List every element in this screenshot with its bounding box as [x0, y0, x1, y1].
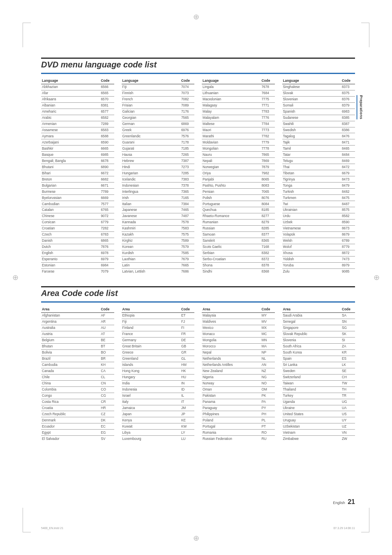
table-cell-code: GB	[180, 343, 194, 349]
table-column: LanguageCodeFiji7074Finnish7073French708…	[122, 78, 195, 275]
table-cell-name: Xhosa	[282, 250, 341, 257]
table-cell-code: PT	[261, 423, 275, 430]
table-cell-code: 8376	[341, 96, 355, 102]
table-cell-code: 8279	[261, 220, 275, 226]
table-cell-code: 7079	[100, 269, 114, 275]
table-cell-name: Guarani	[122, 139, 181, 146]
table-cell-name: Shona	[202, 263, 261, 269]
table-cell-name: Quechua	[202, 207, 261, 213]
table-row: Galician7176	[122, 109, 195, 115]
table-row: ChinaCN	[41, 380, 114, 386]
table-header: Code	[341, 307, 355, 312]
table-cell-code: 6566	[100, 84, 114, 90]
table-cell-name: Aymara	[41, 133, 100, 139]
table-row: FranceFR	[122, 331, 195, 337]
table-cell-code: 7589	[180, 238, 194, 244]
table-header: Area	[282, 307, 341, 312]
table-row: TurkeyTR	[282, 393, 355, 399]
table-cell-name: Paraguay	[202, 405, 261, 411]
table-cell-code: DE	[180, 337, 194, 343]
table-cell-code: 7384	[180, 201, 194, 207]
table-cell-code: 7289	[100, 121, 114, 127]
table-row: Kurdish7585	[122, 250, 195, 257]
table-row: Thai8472	[282, 164, 355, 170]
table-cell-code: AR	[100, 319, 114, 325]
table-cell-code: 7982	[261, 170, 275, 176]
table-cell-code: TR	[341, 393, 355, 399]
table-cell-code: 7585	[180, 250, 194, 257]
table-cell-name: Congo	[41, 393, 100, 399]
table-cell-name: Oriya	[202, 170, 261, 176]
table-cell-code: CH	[341, 374, 355, 380]
table-row: Corsican6779	[41, 220, 114, 226]
table-cell-code: 7575	[180, 232, 194, 238]
table-cell-name: Hindi	[122, 164, 181, 170]
table-cell-code: 8582	[341, 213, 355, 220]
table-row: Breton6682	[41, 176, 114, 183]
table-cell-name: Latin	[122, 263, 181, 269]
table-column: LanguageCodeAbkhazian6566Afar6565Afrikaa…	[41, 78, 114, 275]
table-cell-name: Georgian	[122, 115, 181, 121]
table-cell-name: Great Britain	[122, 343, 181, 349]
table-cell-name: Colombia	[41, 386, 100, 393]
table-cell-name: Morocco	[202, 343, 261, 349]
table-cell-name: Jamaica	[122, 405, 181, 411]
table-cell-code: 8472	[341, 164, 355, 170]
table-row: Somali8379	[282, 102, 355, 109]
table-cell-name: Maori	[202, 127, 261, 133]
table-row: Scots Gaelic7168	[202, 244, 275, 250]
table-row: Uzbek8590	[282, 220, 355, 226]
table-cell-name: Malay	[202, 109, 261, 115]
table-cell-name: Danish	[41, 238, 100, 244]
table-cell-name: Portuguese	[202, 201, 261, 207]
table-row: Latvian, Lettish7686	[122, 269, 195, 275]
table-cell-name: Slovak	[282, 90, 341, 96]
table-row: UgandaUG	[282, 399, 355, 405]
table-header: Language	[202, 78, 261, 84]
table-cell-name: Kirghiz	[122, 238, 181, 244]
table-cell-code: NO	[261, 380, 275, 386]
table-cell-code: HM	[180, 362, 194, 368]
section-title-language-list: DVD menu language code list	[41, 60, 355, 69]
table-cell-name: Nepali	[202, 158, 261, 164]
table-row: New ZealandNZ	[202, 368, 275, 374]
table-cell-name: Slovenian	[282, 96, 341, 102]
table-cell-code: 7165	[180, 195, 194, 201]
table-row: Vietnamese8673	[282, 226, 355, 232]
table-cell-code: 7789	[100, 189, 114, 195]
table-row: Rumanian8279	[202, 220, 275, 226]
table-cell-name: Basque	[41, 152, 100, 158]
table-cell-code: UZ	[341, 423, 355, 430]
table-row: Bashkir6665	[41, 146, 114, 152]
table-cell-name: Interlingua	[122, 189, 181, 195]
table-cell-name: Portugal	[202, 423, 261, 430]
table-cell-name: Hong Kong	[122, 368, 181, 374]
table-cell-name: Tonga	[282, 183, 341, 189]
table-cell-name: Arabic	[41, 115, 100, 121]
table-cell-code: TW	[341, 380, 355, 386]
table-cell-name: Icelandic	[122, 176, 181, 183]
table-cell-code: 8482	[341, 189, 355, 195]
table-cell-name: Italian	[122, 201, 181, 207]
table-cell-name: Ecuador	[41, 423, 100, 430]
table-row: Turkish8482	[282, 189, 355, 195]
table-row: Lingala7678	[202, 84, 275, 90]
table-row: Assamese6583	[41, 127, 114, 133]
table-cell-name: Maltese	[202, 121, 261, 127]
table-cell-code: IT	[180, 399, 194, 405]
table-row: Hong KongHK	[122, 368, 195, 374]
table-cell-code: 8385	[341, 115, 355, 121]
table-row: Aymara6588	[41, 133, 114, 139]
table-row: BrazilBR	[41, 356, 114, 362]
table-row: SenegalSN	[282, 319, 355, 325]
table-cell-code: 8872	[341, 250, 355, 257]
table-cell-name: Greenlandic	[122, 133, 181, 139]
table-row: AustraliaAU	[41, 325, 114, 331]
table-row: Tamil8465	[282, 146, 355, 152]
table-cell-name: Hebrew	[122, 158, 181, 164]
table-cell-name: Luxembourg	[122, 436, 181, 442]
table-cell-name: Japan	[122, 411, 181, 417]
table-row: MonacoMC	[202, 331, 275, 337]
table-cell-code: NZ	[261, 368, 275, 374]
table-row: Greek6976	[122, 127, 195, 133]
